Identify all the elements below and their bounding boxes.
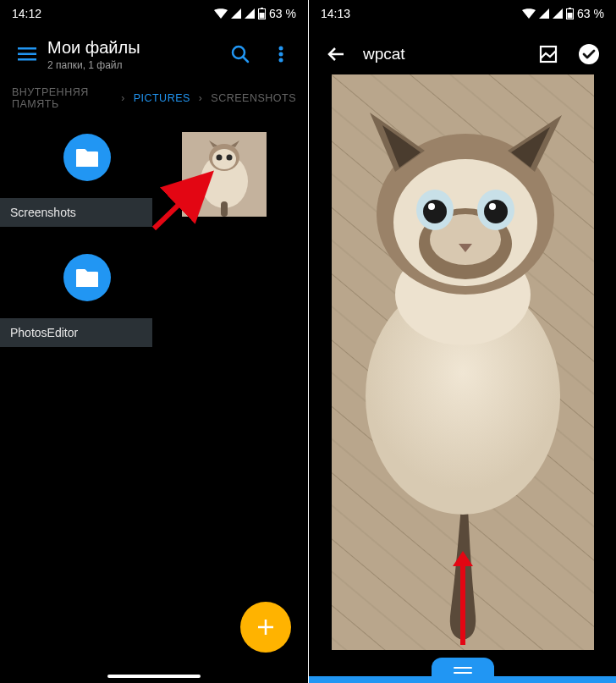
signal-icon-2 (553, 8, 563, 19)
wallpaper-icon (539, 45, 558, 63)
cat-thumbnail-image (182, 132, 267, 217)
search-button[interactable] (220, 34, 261, 74)
folder-icon (63, 254, 111, 301)
plus-icon (256, 617, 276, 637)
back-button[interactable] (316, 34, 356, 74)
svg-point-42 (428, 203, 435, 210)
svg-point-10 (279, 58, 283, 63)
signal-icon (231, 8, 241, 19)
folder-item[interactable]: Screenshots (17, 124, 157, 227)
folder-label: PhotosEditor (0, 318, 152, 347)
crumb-root[interactable]: ВНУТРЕННЯЯ ПАМЯТЬ (12, 86, 113, 110)
page-subtitle: 2 папки, 1 файл (47, 59, 220, 71)
status-bar: 14:12 63 % (0, 0, 308, 27)
wifi-icon (214, 8, 228, 19)
status-time: 14:12 (12, 7, 41, 20)
breadcrumb: ВНУТРЕННЯЯ ПАМЯТЬ › PICTURES › SCREENSHO… (0, 81, 308, 115)
image-title: wpcat (356, 45, 528, 63)
svg-line-7 (243, 57, 248, 62)
status-icons: 63 % (522, 7, 604, 20)
folder-label: Screenshots (0, 198, 152, 227)
svg-point-40 (423, 200, 447, 223)
page-title: Мои файлы (47, 38, 220, 58)
search-icon (231, 45, 250, 63)
check-circle-icon (578, 43, 600, 65)
wifi-icon (522, 8, 536, 19)
folder-item[interactable]: PhotosEditor (17, 244, 157, 347)
title-group: Мои файлы 2 папки, 1 файл (47, 38, 220, 71)
battery-text: 63 % (269, 7, 296, 20)
file-row: PhotosEditor (0, 244, 308, 347)
folder-icon (63, 134, 111, 181)
battery-icon (566, 8, 574, 19)
detail-app-bar: wpcat (309, 27, 616, 81)
overflow-button[interactable] (261, 34, 301, 74)
svg-point-15 (212, 149, 236, 169)
more-vert-icon (278, 46, 283, 63)
cat-full-image (332, 74, 594, 650)
image-viewer[interactable] (309, 74, 616, 683)
signal-icon (539, 8, 549, 19)
svg-rect-5 (18, 58, 36, 61)
svg-point-8 (279, 47, 283, 51)
hamburger-icon (18, 47, 36, 61)
svg-point-43 (489, 203, 496, 210)
svg-point-41 (484, 200, 508, 223)
app-bar: Мои файлы 2 папки, 1 файл (0, 27, 308, 81)
bottom-bar (309, 676, 616, 683)
arrow-back-icon (327, 45, 345, 63)
drag-handle-icon (454, 667, 472, 674)
crumb-pictures[interactable]: PICTURES (134, 92, 190, 104)
svg-rect-2 (260, 13, 265, 19)
status-bar: 14:13 63 % (309, 0, 616, 27)
fab-add[interactable] (240, 602, 291, 653)
file-row: Screenshots (0, 124, 308, 227)
svg-point-16 (217, 155, 223, 161)
svg-rect-18 (221, 201, 228, 217)
image-thumbnail[interactable] (182, 132, 267, 217)
nav-handle[interactable] (107, 675, 201, 678)
files-grid: Screenshots (0, 115, 308, 347)
crumb-screenshots[interactable]: SCREENSHOTS (211, 92, 296, 104)
signal-icon-2 (245, 8, 255, 19)
status-time: 14:13 (321, 7, 350, 20)
svg-rect-24 (568, 13, 573, 19)
svg-point-27 (579, 44, 599, 64)
chevron-right-icon: › (199, 92, 203, 104)
wallpaper-button[interactable] (528, 34, 569, 74)
phone-right: 14:13 63 % wpcat (308, 0, 616, 683)
svg-rect-3 (18, 47, 36, 50)
status-icons: 63 % (214, 7, 296, 20)
battery-text: 63 % (577, 7, 604, 20)
svg-point-9 (279, 52, 283, 57)
confirm-button[interactable] (569, 34, 609, 74)
svg-point-17 (227, 155, 233, 161)
battery-icon (258, 8, 266, 19)
menu-button[interactable] (7, 34, 47, 74)
phone-left: 14:12 63 % Мои файлы 2 папки, 1 файл ВНУ… (0, 0, 308, 683)
chevron-right-icon: › (121, 92, 125, 104)
svg-rect-4 (18, 53, 36, 56)
